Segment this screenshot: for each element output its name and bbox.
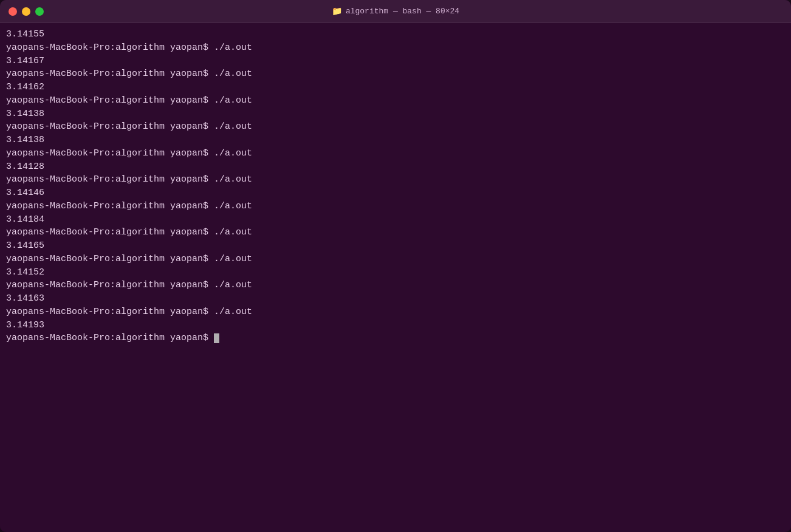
output-line: 3.14184 (6, 213, 785, 227)
terminal-window: 📁 algorithm — bash — 80×24 3.14155 yaopa… (0, 0, 791, 532)
terminal-body[interactable]: 3.14155 yaopans-MacBook-Pro:algorithm ya… (0, 23, 791, 532)
prompt-line: yaopans-MacBook-Pro:algorithm yaopan$ ./… (6, 253, 785, 266)
prompt-line: yaopans-MacBook-Pro:algorithm yaopan$ ./… (6, 226, 785, 239)
output-line: 3.14155 (6, 28, 785, 41)
close-button[interactable] (9, 7, 17, 16)
maximize-button[interactable] (35, 7, 44, 16)
active-prompt-line: yaopans-MacBook-Pro:algorithm yaopan$ (6, 332, 785, 345)
titlebar-title: 📁 algorithm — bash — 80×24 (332, 6, 459, 16)
output-line: 3.14163 (6, 292, 785, 305)
prompt-line: yaopans-MacBook-Pro:algorithm yaopan$ ./… (6, 305, 785, 319)
prompt-text: yaopans-MacBook-Pro:algorithm yaopan$ (6, 333, 214, 343)
output-line: 3.14128 (6, 160, 785, 174)
window-controls (9, 7, 44, 16)
prompt-line: yaopans-MacBook-Pro:algorithm yaopan$ ./… (6, 94, 785, 107)
prompt-line: yaopans-MacBook-Pro:algorithm yaopan$ ./… (6, 173, 785, 186)
output-line: 3.14165 (6, 239, 785, 253)
minimize-button[interactable] (22, 7, 30, 16)
prompt-line: yaopans-MacBook-Pro:algorithm yaopan$ ./… (6, 67, 785, 81)
prompt-line: yaopans-MacBook-Pro:algorithm yaopan$ ./… (6, 279, 785, 292)
output-line: 3.14152 (6, 266, 785, 279)
output-line: 3.14193 (6, 319, 785, 332)
output-line: 3.14138 (6, 107, 785, 121)
titlebar-text-label: algorithm — bash — 80×24 (346, 7, 459, 16)
titlebar: 📁 algorithm — bash — 80×24 (0, 0, 791, 23)
output-line: 3.14167 (6, 55, 785, 68)
output-line: 3.14162 (6, 81, 785, 94)
prompt-line: yaopans-MacBook-Pro:algorithm yaopan$ ./… (6, 41, 785, 55)
terminal-cursor (214, 333, 219, 343)
prompt-line: yaopans-MacBook-Pro:algorithm yaopan$ ./… (6, 200, 785, 213)
folder-icon: 📁 (332, 6, 342, 16)
prompt-line: yaopans-MacBook-Pro:algorithm yaopan$ ./… (6, 120, 785, 134)
prompt-line: yaopans-MacBook-Pro:algorithm yaopan$ ./… (6, 147, 785, 160)
output-line: 3.14138 (6, 134, 785, 147)
output-line: 3.14146 (6, 186, 785, 200)
